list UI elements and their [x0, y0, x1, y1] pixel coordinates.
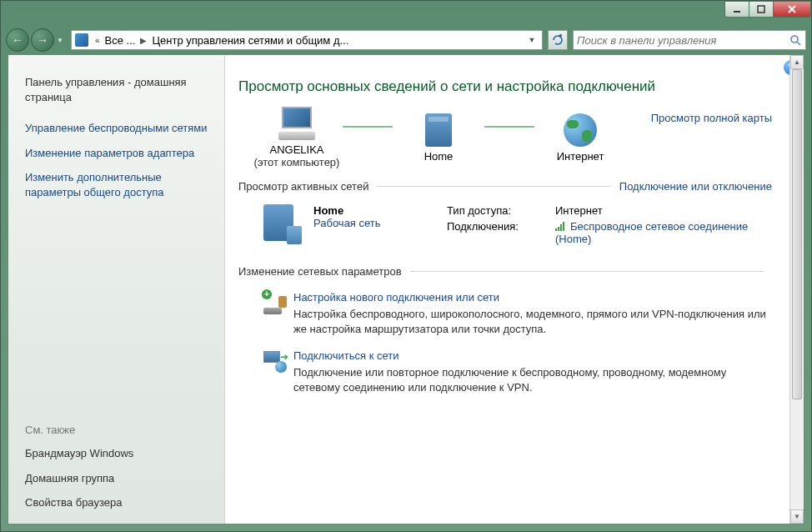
vertical-scrollbar[interactable]: ▲ ▼ — [789, 55, 804, 524]
connect-disconnect-link[interactable]: Подключение или отключение — [619, 180, 772, 193]
network-type-link[interactable]: Рабочая сеть — [313, 217, 447, 229]
see-also-firewall[interactable]: Брандмауэр Windows — [8, 441, 224, 466]
wifi-signal-icon — [555, 221, 567, 231]
see-also-header: См. также — [8, 419, 224, 441]
main-panel: ? ▲ ▼ Просмотр основных сведений о сети … — [225, 55, 804, 524]
scroll-thumb[interactable] — [792, 69, 802, 399]
address-dropdown-icon[interactable]: ▼ — [525, 36, 539, 44]
active-network-row: Home Рабочая сеть Тип доступа: Интернет … — [238, 199, 772, 253]
map-node-internet: Интернет — [534, 113, 626, 163]
close-button[interactable] — [773, 1, 811, 18]
map-connector-icon — [343, 126, 393, 128]
divider-line — [377, 186, 610, 187]
access-type-value: Интернет — [555, 204, 772, 217]
search-input[interactable] — [577, 34, 789, 47]
address-breadcrumb[interactable]: « Все ... ▶ Центр управления сетями и об… — [71, 30, 543, 50]
connect-network-icon: ➔ — [263, 349, 287, 373]
scroll-up-button[interactable]: ▲ — [790, 55, 804, 69]
maximize-button[interactable] — [749, 1, 774, 18]
navigation-bar: ← → ▼ « Все ... ▶ Центр управления сетям… — [1, 26, 811, 54]
see-also-browser[interactable]: Свойства браузера — [8, 490, 224, 515]
settings-item-new-connection[interactable]: + Настройка нового подключения или сети … — [238, 284, 772, 343]
chevron-right-icon[interactable]: ▶ — [140, 36, 147, 45]
map-node1-sub: (этот компьютер) — [254, 156, 340, 168]
map-node-this-computer: ANGELIKA (этот компьютер) — [251, 107, 343, 168]
router-icon — [425, 113, 452, 147]
nav-history-dropdown[interactable]: ▼ — [54, 33, 66, 48]
refresh-button[interactable] — [548, 30, 568, 50]
view-full-map-link[interactable]: Просмотр полной карты — [639, 107, 772, 124]
computer-icon — [277, 107, 317, 140]
new-connection-icon: + — [263, 291, 287, 314]
sidebar-link-adapter[interactable]: Изменение параметров адаптера — [8, 141, 224, 166]
connection-link: Беспроводное сетевое соединение (Home) — [555, 220, 748, 245]
map-connector-icon — [484, 126, 534, 128]
scroll-down-button[interactable]: ▼ — [790, 509, 804, 524]
access-type-label: Тип доступа: — [447, 204, 555, 217]
see-also-homegroup[interactable]: Домашняя группа — [8, 466, 224, 491]
map-node1-label: ANGELIKA — [269, 143, 323, 156]
globe-icon — [564, 113, 597, 147]
sidebar: Панель управления - домашняя страница Уп… — [8, 55, 225, 524]
titlebar — [1, 1, 811, 26]
active-networks-header: Просмотр активных сетей — [238, 180, 368, 193]
network-name: Home — [313, 204, 447, 217]
map-node3-label: Интернет — [557, 150, 604, 163]
settings-item-title[interactable]: Настройка нового подключения или сети — [293, 291, 772, 304]
control-panel-icon — [75, 33, 88, 47]
svg-point-4 — [791, 36, 798, 43]
change-settings-header: Изменение сетевых параметров — [238, 265, 402, 278]
connections-value[interactable]: Беспроводное сетевое соединение (Home) — [555, 220, 772, 245]
window-frame: ← → ▼ « Все ... ▶ Центр управления сетям… — [0, 0, 812, 532]
settings-item-desc: Настройка беспроводного, широкополосного… — [293, 307, 772, 336]
map-node-network: Home — [393, 113, 484, 163]
svg-line-5 — [797, 42, 800, 45]
settings-item-connect[interactable]: ➔ Подключиться к сети Подключение или по… — [238, 343, 772, 401]
breadcrumb-segment-2[interactable]: Центр управления сетями и общим д... — [150, 34, 350, 47]
page-title: Просмотр основных сведений о сети и наст… — [238, 78, 772, 95]
connections-label: Подключения: — [447, 220, 555, 233]
content-area: Панель управления - домашняя страница Уп… — [8, 54, 804, 524]
network-map-diagram: ANGELIKA (этот компьютер) Home Интернет — [238, 107, 639, 168]
search-icon[interactable] — [789, 33, 802, 47]
window-controls — [725, 1, 811, 18]
sidebar-link-wireless[interactable]: Управление беспроводными сетями — [8, 116, 224, 141]
network-icon — [263, 204, 293, 241]
breadcrumb-segment-1[interactable]: Все ... — [103, 34, 138, 47]
map-node2-label: Home — [424, 150, 454, 163]
sidebar-link-sharing[interactable]: Изменить дополнительные параметры общего… — [8, 165, 224, 204]
sidebar-home-link[interactable]: Панель управления - домашняя страница — [8, 70, 224, 109]
search-box[interactable] — [573, 30, 806, 50]
divider-line — [410, 271, 764, 272]
breadcrumb-overflow-icon[interactable]: « — [95, 36, 100, 45]
back-button[interactable]: ← — [6, 28, 29, 52]
svg-rect-1 — [758, 6, 764, 13]
minimize-button[interactable] — [724, 1, 749, 18]
forward-button[interactable]: → — [31, 28, 54, 52]
settings-item-title[interactable]: Подключиться к сети — [293, 349, 772, 362]
settings-item-desc: Подключение или повторное подключение к … — [293, 365, 772, 394]
